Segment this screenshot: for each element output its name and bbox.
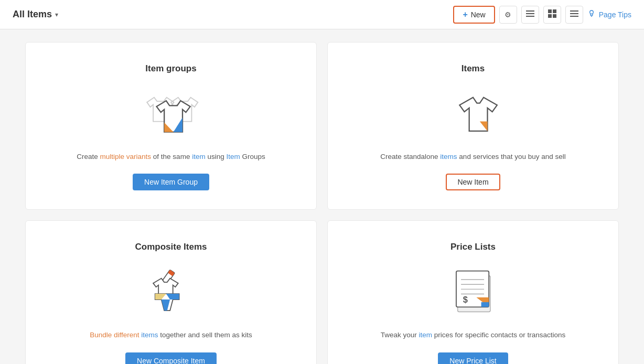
item-groups-icon: [139, 87, 202, 139]
svg-rect-2: [526, 16, 534, 17]
list-icon: [526, 10, 534, 19]
price-lists-desc: Tweak your item prices for specific cont…: [381, 330, 566, 340]
page-tips-button[interactable]: Page Tips: [587, 9, 631, 19]
svg-text:$: $: [463, 295, 468, 304]
svg-rect-5: [548, 14, 552, 18]
new-composite-item-button[interactable]: New Composite Item: [125, 352, 217, 365]
svg-rect-4: [553, 9, 556, 13]
page-tips-label: Page Tips: [599, 10, 631, 19]
new-item-group-button[interactable]: New Item Group: [133, 174, 209, 190]
item-groups-title: Item groups: [145, 63, 196, 74]
more-options-button[interactable]: [565, 6, 583, 24]
composite-items-title: Composite Items: [135, 242, 207, 252]
new-price-list-button[interactable]: New Price List: [438, 352, 508, 365]
new-button-label: New: [471, 10, 486, 19]
item-groups-desc: Create multiple variants of the same ite…: [77, 152, 265, 162]
plus-icon: +: [463, 10, 467, 19]
price-lists-title: Price Lists: [450, 242, 496, 252]
new-item-button[interactable]: New Item: [446, 174, 500, 190]
settings-icon: ⚙: [505, 10, 511, 19]
svg-rect-8: [570, 13, 578, 14]
page-title: All Items: [13, 9, 52, 20]
items-title: Items: [461, 63, 485, 74]
svg-rect-3: [548, 9, 552, 13]
lightbulb-icon: [587, 9, 596, 19]
composite-items-card: Composite Items: [25, 220, 317, 364]
settings-button[interactable]: ⚙: [499, 6, 517, 24]
item-groups-desc-item2: Item: [226, 153, 240, 160]
items-desc-items: items: [440, 153, 457, 160]
grid-view-button[interactable]: [543, 6, 561, 24]
svg-rect-9: [570, 16, 578, 17]
items-desc: Create standalone items and services tha…: [380, 152, 565, 162]
header-right: + New ⚙ Page Tips: [453, 6, 631, 24]
price-lists-card: Price Lists: [327, 220, 619, 364]
items-icon: [442, 87, 505, 139]
composite-items-icon: [139, 265, 202, 317]
svg-point-10: [589, 10, 593, 14]
svg-rect-0: [526, 10, 534, 12]
item-groups-card: Item groups: [25, 42, 317, 210]
composite-desc-items: items: [141, 331, 158, 339]
price-lists-icon: $: [442, 265, 505, 317]
title-dropdown-arrow[interactable]: ▾: [55, 11, 58, 18]
cards-grid: Item groups: [25, 42, 619, 364]
page-header: All Items ▾ + New ⚙: [0, 0, 644, 29]
item-groups-desc-multiple: multiple variants: [100, 153, 152, 160]
composite-items-desc: Bundle different items together and sell…: [90, 330, 252, 340]
item-groups-desc-item: item: [192, 153, 206, 160]
svg-rect-7: [570, 10, 578, 12]
list-view-button[interactable]: [521, 6, 539, 24]
grid-icon: [548, 9, 556, 19]
main-content: Item groups: [13, 29, 631, 364]
new-button[interactable]: + New: [453, 6, 495, 24]
more-icon: [570, 10, 578, 19]
svg-rect-1: [526, 13, 534, 14]
price-lists-desc-item: item: [418, 331, 432, 339]
items-card: Items Create standalone items and servic…: [327, 42, 619, 210]
header-left: All Items ▾: [13, 9, 58, 20]
svg-rect-6: [553, 14, 556, 18]
composite-desc-bundle: Bundle different: [90, 331, 141, 339]
